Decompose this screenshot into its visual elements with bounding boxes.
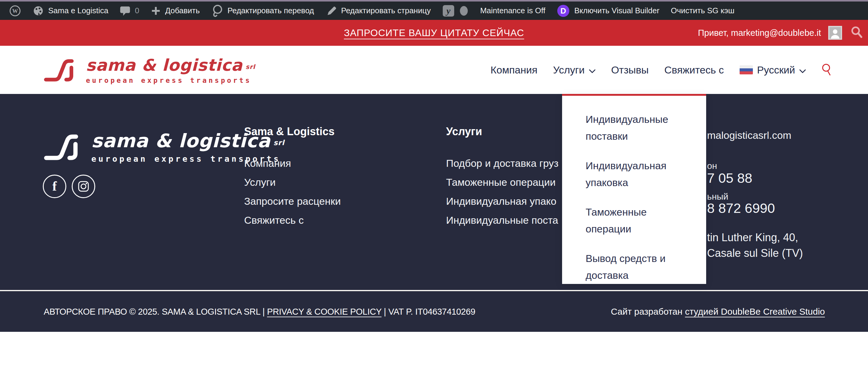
instagram-icon[interactable] [72,175,95,198]
footer-email-fragment[interactable]: malogisticasrl.com [707,130,792,141]
wordpress-logo-icon: W [9,5,21,17]
visual-builder-label: Включить Visual Builder [574,6,659,15]
request-quote-link[interactable]: ЗАПРОСИТЕ ВАШУ ЦИТАТУ СЕЙЧАС [344,27,524,39]
avatar [828,26,842,40]
palette-icon [33,5,44,16]
wp-logo-menu[interactable]: W [8,5,27,17]
language-label: Русский [757,64,795,76]
chevron-down-icon [799,64,806,76]
plus-icon [151,6,161,16]
dropdown-item-customs-operations[interactable]: Таможенные операции [586,204,689,237]
yoast-menu[interactable]: y [436,4,474,17]
nav-label-company: Компания [490,64,537,76]
nav-label-reviews: Отзывы [611,64,649,76]
services-dropdown-menu: Индивидуальные поставки Индивидуальная у… [562,94,706,284]
footer-col-about: Sama & Logistics Компания Услуги Запроси… [244,125,341,225]
footer-mobile-label-fragment: ьный [707,192,728,202]
logo-tagline: european express transports [86,76,255,84]
footer-bottom-bar: АВТОРСКОЕ ПРАВО © 2025. SAMA & LOGISTICA… [0,291,868,332]
footer-link-contact[interactable]: Свяжитесь с [244,215,341,225]
footer-link-services[interactable]: Услуги [244,177,341,187]
nav-item-contact[interactable]: Свяжитесь с [664,64,724,76]
nav-item-services[interactable]: Услуги [553,64,595,76]
sl-logo-mark-icon [44,130,86,164]
footer-divider [0,290,868,291]
russian-flag-icon [740,65,753,74]
footer-phone-label-fragment: он [707,161,717,171]
yoast-icon: y [442,4,455,17]
page: W Sama e Logistica 0 Добавить Редакти [0,0,868,383]
edit-page-label: Редактировать страницу [341,6,431,15]
divi-visual-builder-menu[interactable]: D Включить Visual Builder [551,4,665,18]
privacy-policy-link[interactable]: PRIVACY & COOKIE POLICY [267,307,381,316]
facebook-icon[interactable]: f [43,175,66,198]
footer-service-link-1[interactable]: Подбор и доставка груз [446,158,558,169]
nav-item-company[interactable]: Компания [490,64,537,76]
svg-text:y: y [445,6,451,16]
sl-logo-mark-icon [44,55,81,85]
footer-phone-fragment[interactable]: 7 05 88 [707,170,752,186]
divi-icon: D [557,4,570,18]
svg-text:W: W [12,8,18,14]
logo-suffix: srl [246,63,255,70]
add-new-label: Добавить [165,6,200,15]
wp-admin-bar: W Sama e Logistica 0 Добавить Редакти [0,1,868,20]
footer-link-quote[interactable]: Запросите расценки [244,196,341,207]
sg-cache-label: Очистить SG кэш [671,6,735,15]
dropdown-item-withdrawal-delivery[interactable]: Вывод средств и доставка [586,250,689,284]
footer-services-title: Услуги [446,125,558,138]
sg-cache-menu[interactable]: Очистить SG кэш [665,6,740,15]
pencil-icon [326,5,337,16]
banner-account-area: Привет, marketing@doublebe.it [698,20,863,46]
top-cta-banner: ЗАПРОСИТЕ ВАШУ ЦИТАТУ СЕЙЧАС Привет, mar… [0,20,868,46]
comments-count: 0 [135,6,139,15]
comments-icon [120,5,130,16]
site-logo[interactable]: sama & logistica srl european express tr… [44,55,255,85]
footer-address-line1: tin Luther King, 40, [707,231,798,244]
footer-link-company[interactable]: Компания [244,158,341,169]
edit-translation-label: Редактировать перевод [227,6,314,15]
greeting-text: Привет, marketing@doublebe.it [698,28,821,38]
footer-mobile-fragment[interactable]: 8 872 6990 [707,201,775,216]
yoast-status-dot-icon [459,5,469,17]
footer-service-link-4[interactable]: Индивидуальные поста [446,215,558,225]
footer-about-title: Sama & Logistics [244,125,341,138]
svg-text:D: D [561,6,566,15]
copyright-text: АВТОРСКОЕ ПРАВО © 2025. SAMA & LOGISTICA… [44,307,267,316]
page-background-below-footer [0,332,868,383]
footer-address-line2: Casale sul Sile (TV) [707,247,803,259]
dropdown-item-individual-deliveries[interactable]: Индивидуальные поставки [586,111,689,144]
add-new-menu[interactable]: Добавить [145,6,206,16]
site-name-menu[interactable]: Sama e Logistica [27,5,114,16]
copyright-line: АВТОРСКОЕ ПРАВО © 2025. SAMA & LOGISTICA… [44,307,475,316]
vat-text: | VAT P. IT04637410269 [381,307,475,316]
language-switcher[interactable]: Русский [740,64,806,76]
footer-social: f [43,175,95,198]
footer: sama & logistica srl european express tr… [0,94,868,290]
edit-page-menu[interactable]: Редактировать страницу [320,5,436,16]
chevron-down-icon [589,64,595,76]
banner-search-icon[interactable] [850,26,863,40]
header-search-icon[interactable] [822,64,832,76]
logo-name: sama & logistica [91,130,270,152]
maintenance-label: Maintenance is Off [480,6,545,15]
account-greeting-link[interactable]: Привет, marketing@doublebe.it [698,26,842,40]
site-header: sama & logistica srl european express tr… [0,46,868,94]
nav-item-reviews[interactable]: Отзывы [611,64,649,76]
footer-col-services: Услуги Подбор и доставка груз Таможенные… [446,125,558,225]
main-nav: Компания Услуги Отзывы Свяжитесь с Русск… [490,64,832,76]
logo-name: sama & logistica [86,56,243,75]
credits-line: Сайт разработан студией DoubleBe Creativ… [611,307,825,317]
site-name-label: Sama e Logistica [48,6,108,15]
edit-translation-menu[interactable]: Редактировать перевод [206,4,320,18]
comments-menu[interactable]: 0 [114,5,145,16]
nav-label-services: Услуги [553,64,585,76]
maintenance-menu[interactable]: Maintenance is Off [474,6,551,15]
nav-label-contact: Свяжитесь с [664,64,724,76]
footer-service-link-3[interactable]: Индивидуальная упако [446,196,558,207]
translate-loop-icon [211,4,223,18]
dropdown-item-individual-packaging[interactable]: Индивидуальная упаковка [586,157,689,191]
footer-service-link-2[interactable]: Таможенные операции [446,177,558,187]
credits-text: Сайт разработан [611,307,685,316]
credits-studio-link[interactable]: студией DoubleBe Creative Studio [685,307,825,316]
